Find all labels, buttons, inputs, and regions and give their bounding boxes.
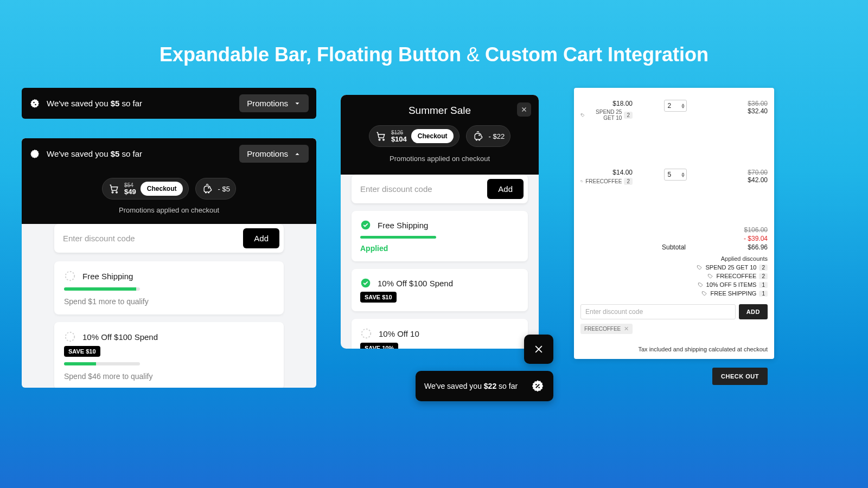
caret-up-icon[interactable] [681,104,685,106]
line-orig-total: $36.00 [718,100,768,107]
checkout-button[interactable]: Checkout [141,182,183,196]
promo-bar-collapsed[interactable]: We've saved you $5 so far Promotions [22,88,316,119]
qualify-text: Spend $1 more to qualify [64,297,274,306]
promo-bar-expanded[interactable]: We've saved you $5 so far Promotions [22,138,316,169]
applied-discount-row: SPEND 25 GET 102 [580,264,768,271]
add-code-button[interactable]: Add [487,179,524,199]
applied-discount-row: FREECOFFEE2 [580,273,768,279]
tag-icon [698,282,704,288]
applied-note: Promotions applied on checkout [341,155,539,163]
saved-message: We've saved you $5 so far [47,149,233,158]
discount-badge-icon [29,149,40,159]
promo-card: Free Shipping Applied [352,211,528,261]
tag-icon [580,112,585,118]
line-disc-total: $32.40 [718,107,768,115]
applied-discount-row: 10% OFF 5 ITEMS1 [580,281,768,288]
applied-code-chip[interactable]: FREECOFFEE✕ [580,324,633,334]
save-badge: SAVE $10 [64,346,100,357]
caret-down-icon[interactable] [681,106,685,108]
savings-pill: - $5 [195,178,235,200]
saved-message: We've saved you $22 so far [424,382,524,390]
pending-ring-icon [360,328,372,339]
applied-discounts-header: Applied discounts [580,255,768,262]
tag-icon [697,265,703,271]
cart-total-pill[interactable]: $126 $104 Checkout [369,125,460,147]
svg-point-8 [479,135,480,136]
applied-label: Applied [360,244,519,253]
svg-point-2 [208,188,209,188]
promotions-toggle[interactable]: Promotions [239,145,309,163]
promo-title: 10% Off 10 [379,329,419,338]
caret-up-icon[interactable] [681,172,685,175]
promo-card: 10% Off $100 Spend SAVE $10 Spend $46 mo… [54,322,284,388]
cart-add-button[interactable]: ADD [739,304,768,319]
svg-point-3 [66,272,75,281]
close-button[interactable] [517,102,531,117]
cart-new-total: $49 [124,188,136,195]
floating-close-button[interactable] [524,335,553,364]
cart-icon [108,183,120,194]
saved-message: We've saved you $5 so far [47,99,233,108]
svg-point-11 [362,329,371,338]
promo-card: Free Shipping Spend $1 more to qualify [54,261,284,314]
cart-line-price: $14.00 [580,169,633,176]
tag-icon [701,291,707,297]
quantity-stepper[interactable]: 2 [664,100,687,112]
cart-icon [375,131,387,142]
check-circle-icon [360,278,371,288]
discount-badge-icon [29,98,40,109]
floating-savings-bar[interactable]: We've saved you $22 so far [416,371,553,401]
promo-title: Free Shipping [378,221,428,230]
cart-line: $14.00 FREECOFFEE 2 5 $70.00 $42.00 [580,166,768,187]
remove-icon[interactable]: ✕ [624,325,629,332]
cart-new-total: $104 [391,136,407,143]
cart-line: $18.00 SPEND 25 GET 10 2 2 $36.00 $32.40 [580,98,768,123]
svg-point-7 [383,139,385,140]
progress-bar [64,362,140,365]
quantity-stepper[interactable]: 5 [664,169,687,181]
svg-point-13 [538,387,540,388]
promo-title: 10% Off $100 Spend [378,279,453,288]
qualify-text: Spend $46 more to qualify [64,372,274,381]
svg-point-14 [582,114,582,114]
svg-point-4 [66,332,75,342]
chevron-up-icon [293,150,301,158]
cart-discount-input[interactable] [580,304,736,319]
promo-card: 10% Off $100 Spend SAVE $10 [352,269,528,311]
add-code-button[interactable]: Add [243,228,279,248]
cart-panel: $18.00 SPEND 25 GET 10 2 2 $36.00 $32.40… [574,88,774,359]
svg-point-6 [379,139,380,140]
checkout-button[interactable]: Checkout [411,129,454,143]
check-circle-icon [360,220,371,230]
caret-down-icon[interactable] [681,175,685,177]
close-icon [521,106,527,113]
panel-title: Summer Sale [341,105,539,117]
applied-note: Promotions applied on checkout [22,206,316,214]
line-orig-total: $70.00 [718,169,768,176]
tag-icon [707,273,713,279]
pending-ring-icon [64,270,76,282]
save-badge: SAVE $10 [360,292,397,303]
subtotal-discount: - $39.04 [744,235,768,242]
close-icon [533,344,544,355]
promotions-toggle[interactable]: Promotions [239,94,309,112]
tag-icon [580,178,583,184]
progress-bar [64,287,140,291]
save-badge: SAVE 10% [360,343,398,349]
svg-point-1 [116,191,118,193]
discount-code-input[interactable] [356,179,487,199]
chevron-down-icon [293,100,301,107]
cart-total-pill[interactable]: $54 $49 Checkout [102,178,189,200]
promo-card: 10% Off 10 SAVE 10% Cakes [352,319,528,349]
cart-old-total: $54 [124,183,136,188]
cart-line-price: $18.00 [580,100,633,107]
svg-point-12 [535,384,537,386]
promo-title: Free Shipping [82,272,133,281]
checkout-button[interactable]: CHECK OUT [712,368,768,385]
line-disc-total: $42.00 [718,176,768,184]
subtotal-final: $66.96 [748,243,768,251]
subtotal-original: $106.00 [744,226,768,234]
cart-old-total: $126 [391,130,407,136]
discount-code-input[interactable] [59,228,243,248]
subtotal-label: Subtotal [580,243,686,251]
